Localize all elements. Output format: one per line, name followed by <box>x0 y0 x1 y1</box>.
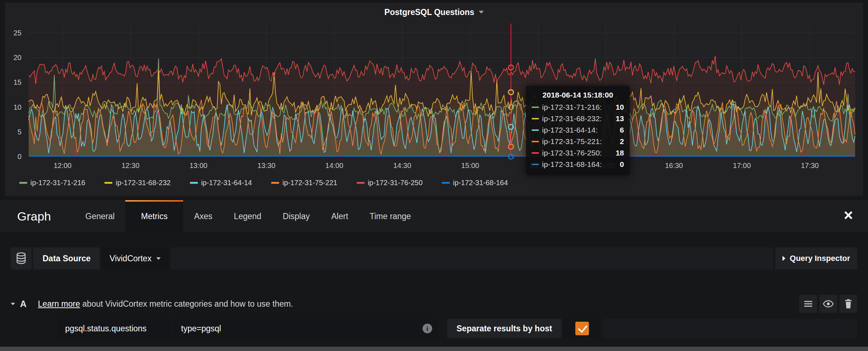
x-axis-tick-label: 13:30 <box>257 162 275 169</box>
x-axis-tick-label: 14:30 <box>393 162 411 169</box>
x-axis-tick-label: 15:00 <box>461 162 479 169</box>
tab-general[interactable]: General <box>75 200 126 232</box>
x-axis-tick-label: 17:30 <box>801 162 819 169</box>
editor-tabs: GeneralMetricsAxesLegendDisplayAlertTime… <box>75 200 422 232</box>
info-icon[interactable]: i <box>423 324 432 333</box>
tooltip-series-name: ip-172-31-68-232: <box>542 114 602 123</box>
chevron-right-icon <box>782 256 785 261</box>
tooltip-series-name: ip-172-31-64-14: <box>542 126 598 134</box>
graph-tooltip: 2018-06-14 15:18:00 ip-172-31-71-216:10i… <box>526 86 630 175</box>
query-menu-button[interactable] <box>799 295 817 313</box>
query-row-filler <box>603 319 857 338</box>
tab-metrics[interactable]: Metrics <box>125 200 183 232</box>
datasource-icon-segment <box>11 247 31 270</box>
y-axis-tick-label: 0 <box>18 153 21 160</box>
eye-icon <box>823 300 834 307</box>
legend-swatch <box>104 182 112 184</box>
query-delete-button[interactable] <box>839 295 857 313</box>
graph-panel: PostgreSQL Questions 051015202512:0012:3… <box>5 3 863 196</box>
metrics-tab-content: Data Source VividCortex Query Inspector … <box>0 232 868 351</box>
legend-swatch <box>357 182 365 184</box>
tooltip-row: ip-172-31-75-221:2 <box>532 137 624 146</box>
tooltip-row: ip-172-31-68-232:13 <box>532 114 624 123</box>
x-axis-tick-label: 12:00 <box>54 162 72 169</box>
tab-display[interactable]: Display <box>272 200 320 232</box>
legend-label: ip-172-31-64-14 <box>201 179 252 187</box>
tooltip-series-value: 2 <box>620 137 624 146</box>
database-icon <box>16 252 26 265</box>
tooltip-row: ip-172-31-71-216:10 <box>532 103 624 112</box>
legend-item[interactable]: ip-172-31-68-164 <box>442 179 508 187</box>
separate-results-checkbox[interactable] <box>575 322 589 335</box>
separate-results-checkbox-segment <box>564 319 601 338</box>
y-axis-tick-label: 5 <box>18 128 21 136</box>
datasource-row-filler <box>170 247 774 270</box>
chevron-down-icon <box>156 257 161 260</box>
y-axis-tick-label: 15 <box>14 78 21 86</box>
tooltip-series-swatch <box>532 141 539 142</box>
tooltip-series-value: 10 <box>616 103 624 112</box>
query-help-text: Learn more about VividCortex metric cate… <box>38 299 293 309</box>
x-axis-tick-label: 17:00 <box>733 162 751 169</box>
tooltip-series-name: ip-172-31-76-250: <box>542 149 602 157</box>
x-axis-tick-label: 13:00 <box>190 162 208 169</box>
x-axis-tick-label: 14:00 <box>325 162 343 169</box>
tooltip-series-swatch <box>532 164 539 165</box>
tooltip-series-name: ip-172-31-71-216: <box>542 103 602 112</box>
learn-more-link[interactable]: Learn more <box>38 299 80 308</box>
filter-input[interactable]: type=pgsql i <box>173 319 438 338</box>
legend-swatch <box>19 182 27 184</box>
tooltip-series-value: 13 <box>616 114 624 123</box>
tooltip-series-swatch <box>532 152 539 154</box>
legend-item[interactable]: ip-172-31-64-14 <box>190 179 252 187</box>
query-ref-id[interactable]: A <box>20 299 26 309</box>
legend-label: ip-172-31-76-250 <box>368 179 423 187</box>
tooltip-series-value: 18 <box>616 149 624 157</box>
legend-item[interactable]: ip-172-31-68-232 <box>104 179 170 187</box>
separate-results-label: Separate results by host <box>447 319 561 338</box>
legend-item[interactable]: ip-172-31-75-221 <box>271 179 337 187</box>
panel-editor-tabbar: Graph GeneralMetricsAxesLegendDisplayAle… <box>0 200 868 232</box>
tooltip-row: ip-172-31-68-164:0 <box>532 160 624 169</box>
tooltip-row: ip-172-31-64-14:6 <box>532 126 624 134</box>
datasource-row: Data Source VividCortex Query Inspector <box>11 247 857 270</box>
legend-label: ip-172-31-71-216 <box>30 179 85 187</box>
y-axis-tick-label: 10 <box>14 103 21 111</box>
tab-legend[interactable]: Legend <box>223 200 272 232</box>
x-axis-tick-label: 12:30 <box>122 162 140 169</box>
datasource-select[interactable]: VividCortex <box>102 247 169 270</box>
query-inspector-label: Query Inspector <box>790 254 850 263</box>
query-editor-row: pgsql.status.questions type=pgsql i Sepa… <box>57 319 857 338</box>
tab-alert[interactable]: Alert <box>321 200 359 232</box>
graph-canvas[interactable]: 051015202512:0012:3013:0013:3014:0014:30… <box>5 3 863 177</box>
tooltip-series-list: ip-172-31-71-216:10ip-172-31-68-232:13ip… <box>532 103 624 169</box>
legend-swatch <box>442 182 450 184</box>
close-editor-button[interactable]: × <box>844 200 853 230</box>
query-inspector-button[interactable]: Query Inspector <box>775 247 857 270</box>
y-axis-tick-label: 25 <box>14 29 21 37</box>
menu-icon <box>804 300 813 307</box>
graph-legend: ip-172-31-71-216ip-172-31-68-232ip-172-3… <box>19 179 527 187</box>
tooltip-timestamp: 2018-06-14 15:18:00 <box>532 91 624 99</box>
legend-item[interactable]: ip-172-31-76-250 <box>357 179 423 187</box>
legend-label: ip-172-31-75-221 <box>282 179 337 187</box>
legend-item[interactable]: ip-172-31-71-216 <box>19 179 85 187</box>
tab-time-range[interactable]: Time range <box>359 200 421 232</box>
legend-swatch <box>271 182 279 184</box>
query-collapse-caret[interactable] <box>11 303 15 305</box>
metric-input[interactable]: pgsql.status.questions <box>57 319 171 338</box>
tab-axes[interactable]: Axes <box>183 200 223 232</box>
tooltip-series-value: 0 <box>620 160 624 169</box>
tooltip-row: ip-172-31-76-250:18 <box>532 149 624 157</box>
tooltip-series-swatch <box>532 118 539 119</box>
y-axis-tick-label: 20 <box>14 54 21 61</box>
filter-input-value: type=pgsql <box>181 324 221 333</box>
legend-label: ip-172-31-68-232 <box>116 179 170 187</box>
x-axis-tick-label: 16:30 <box>665 162 683 169</box>
legend-swatch <box>190 182 198 184</box>
panel-type-title: Graph <box>17 200 51 232</box>
datasource-label: Data Source <box>33 247 100 270</box>
horizontal-scrollbar[interactable] <box>0 347 868 351</box>
legend-label: ip-172-31-68-164 <box>453 179 508 187</box>
query-toggle-visibility-button[interactable] <box>819 295 837 313</box>
